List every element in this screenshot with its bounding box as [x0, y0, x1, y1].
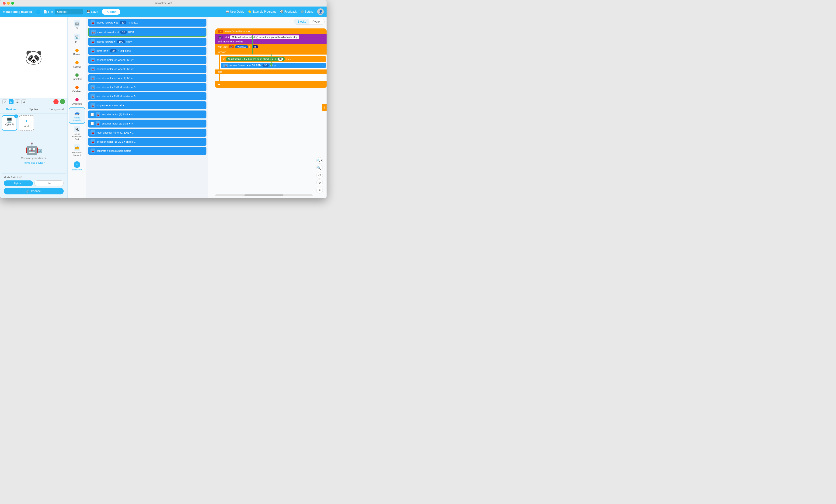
avatar[interactable]: 👤 [317, 8, 324, 15]
ultrasonic-condition: 📡 ultrasonic 2 1 ▾ distance to an object… [226, 57, 285, 61]
print-block[interactable]: 🖥️ print Make a loud sound (clap) to sta… [215, 34, 326, 44]
cyberpi-device-card[interactable]: ✕ 🖥️ CyberPi [2, 115, 17, 131]
else-block[interactable]: else [215, 70, 326, 74]
chassis-icon-7: 🚗 [91, 76, 95, 80]
cyberpi-icon: 🖥️ [4, 117, 15, 123]
expand-view-button[interactable]: ⤢ [2, 99, 7, 104]
tab-sprites[interactable]: Sprites [22, 106, 45, 113]
setting-link[interactable]: ⚙️ Setting [301, 10, 314, 13]
zoom-in-button[interactable]: 🔍+ [316, 157, 323, 164]
block-encoder-checkbox-2[interactable]: 🚗 encoder motor (1) EM1 ▾ ↺ [88, 120, 206, 128]
zoom-out-button[interactable]: 🔍- [316, 164, 323, 171]
add-device-card[interactable]: + Add [19, 115, 34, 131]
rpm-value-inner: 50 [262, 64, 269, 67]
tab-background[interactable]: Background [45, 106, 68, 113]
panda-character: 🐼 [25, 49, 42, 65]
file-menu[interactable]: 📄 File [43, 10, 53, 14]
if-condition-block[interactable]: if 📡 ultrasonic 2 1 ▾ distance to an obj… [221, 56, 326, 62]
category-control[interactable]: Control [69, 58, 85, 70]
block-moves-forward-cm[interactable]: 🚗 moves forward ▾ 100 cm ▾ [88, 38, 206, 46]
loudness-value: 75 [252, 45, 258, 48]
tab-python[interactable]: Python [309, 19, 324, 24]
when-cyberpi-starts-block[interactable]: ⚡ when CyberPi starts up [215, 28, 326, 34]
tab-devices[interactable]: Devices [0, 106, 22, 113]
reset-zoom-button[interactable]: ↺ [316, 172, 323, 178]
block-encoder-motor-3[interactable]: 🚗 encoder motor left wheel(EM1) ▾ [88, 74, 206, 82]
block-checkbox-2[interactable] [91, 122, 94, 125]
block-turns-left[interactable]: 🚗 turns left ▾ 90 ° until done [88, 47, 206, 55]
publish-button[interactable]: Publish [102, 9, 120, 15]
how-to-use-link[interactable]: How to use device? [23, 161, 45, 164]
moves-forward-inner-block[interactable]: 🚗 moves forward ▾ at 50 RPM 50 RPM [221, 63, 326, 68]
feedback-link[interactable]: 💬 Feedback [280, 10, 297, 13]
block-stop-encoder[interactable]: 🚗 stop encoder motor all ▾ [88, 101, 206, 109]
add-plus-icon: + [25, 118, 28, 124]
main-content: 🐼 ⤢ ⊞ ☰ ⊟ Devices Sprites Background ✕ [0, 17, 326, 198]
add-extension-button[interactable]: + extension [71, 160, 83, 172]
category-variables[interactable]: Variables [69, 83, 85, 94]
category-ultrasonic[interactable]: 📻 UltrasonicSensor 2 [69, 143, 85, 158]
minimize-button[interactable] [7, 2, 10, 5]
block-moves-forward-1[interactable]: 🚗 moves forward ▾ at 50 RPM fo... [88, 19, 206, 26]
extension-plus-icon: + [74, 161, 80, 168]
category-iot[interactable]: 📡 IoT [69, 32, 85, 45]
grid-view-button[interactable]: ⊞ [8, 99, 14, 104]
chassis-icon-6: 🚗 [91, 67, 95, 71]
category-my-blocks[interactable]: My Blocks [69, 95, 85, 106]
example-programs-link[interactable]: ⭐ Example Programs [248, 10, 276, 13]
loudness-label: loudness [235, 45, 248, 48]
chassis-inner-icon: 🚗 [223, 64, 228, 67]
traffic-lights [3, 2, 14, 5]
block-reset-encoder[interactable]: 🚗 reset encoder motor (1) EM1 ▾ ... [88, 129, 206, 137]
zoom-controls: 🔍+ 🔍- ↺ ↻ = [316, 157, 323, 193]
window-title: mBlock v5.4.3 [154, 2, 172, 5]
category-operators[interactable]: Operators [69, 71, 85, 82]
block-encoder-motor-1[interactable]: 🚗 encoder motor left wheel(EM1) ▾ [88, 56, 206, 64]
robot-placeholder: 🤖 ⚙️ [25, 142, 42, 155]
list-view-button[interactable]: ☰ [15, 99, 20, 104]
tab-blocks[interactable]: Blocks [294, 19, 309, 24]
block-checkbox-1[interactable] [91, 113, 94, 116]
connect-device-button[interactable]: 🔗 Connect [4, 188, 64, 194]
category-mbot2-extension[interactable]: 🔌 mBot2ExtensionPort [69, 124, 85, 142]
tile-view-button[interactable]: ⊟ [21, 99, 26, 104]
block-encoder-enable[interactable]: 🚗 encoder motor (1) EM1 ▾ enable... [88, 138, 206, 146]
chassis-icon-11: 🚗 [96, 112, 100, 117]
block-encoder-checkbox-1[interactable]: 🚗 encoder motor (1) EM1 ▾ 's... [88, 111, 206, 118]
live-mode-button[interactable]: Live [34, 180, 64, 186]
coding-tabs: Blocks Python [294, 19, 325, 25]
chassis-icon-4: 🚗 [91, 49, 95, 53]
upload-mode-button[interactable]: Upload [4, 180, 33, 186]
block-encoder-motor-2[interactable]: 🚗 encoder motor left wheel(EM1) ▾ [88, 65, 206, 73]
horizontal-scrollbar[interactable] [215, 194, 312, 196]
device-cards: ✕ 🖥️ CyberPi + Add [2, 115, 65, 131]
chassis-icon-13: 🚗 [91, 130, 95, 135]
category-ai[interactable]: 🤖 AI [69, 19, 85, 31]
maximize-button[interactable] [11, 2, 14, 5]
block-encoder-em1-rotates-1[interactable]: 🚗 encoder motor EM1 ↺ rotates at 5... [88, 83, 206, 91]
run-button[interactable] [60, 99, 65, 104]
fit-screen-button[interactable]: ↻ [316, 179, 323, 186]
print-text-value: Make a loud sound (clap) to start and pr… [230, 35, 299, 39]
remove-device-button[interactable]: ✕ [14, 114, 18, 118]
close-button[interactable] [3, 2, 5, 5]
stop-button[interactable] [53, 99, 59, 104]
category-events[interactable]: Events [69, 46, 85, 57]
user-guide-link[interactable]: 📖 User Guide [226, 10, 244, 13]
globe-icon[interactable]: 🌐 [35, 9, 41, 15]
brand-logo: makeblock | mBlock [3, 10, 32, 14]
connect-placeholder: 🤖 ⚙️ Connect your device How to use devi… [2, 133, 65, 173]
chassis-icon-5: 🚗 [91, 58, 95, 62]
code-toggle-button[interactable]: </> [322, 104, 326, 111]
block-calibrate-chassis[interactable]: 🚗 calibrate ▾ chassis parameters [88, 147, 206, 155]
category-mbot2-chassis[interactable]: 🚙 mBot2Chassis [69, 108, 85, 123]
forever-block[interactable]: forever [215, 50, 326, 55]
project-name-input[interactable] [55, 9, 83, 15]
block-moves-forward-2[interactable]: 🚗 moves forward ▾ at 50 RPM [88, 28, 206, 37]
block-encoder-em1-rotates-2[interactable]: 🚗 encoder motor EM1 ↺ rotates at 5... [88, 92, 206, 100]
equal-button[interactable]: = [316, 187, 323, 193]
save-button[interactable]: 💾 Save [85, 9, 100, 15]
devices-panel: ✕ 🖥️ CyberPi + Add 🤖 ⚙️ Connect your dev… [0, 114, 68, 198]
wait-until-block[interactable]: wait until 🔊 loudness > 75 [215, 44, 326, 50]
cyberpi-badge: ⚡ [218, 30, 223, 33]
